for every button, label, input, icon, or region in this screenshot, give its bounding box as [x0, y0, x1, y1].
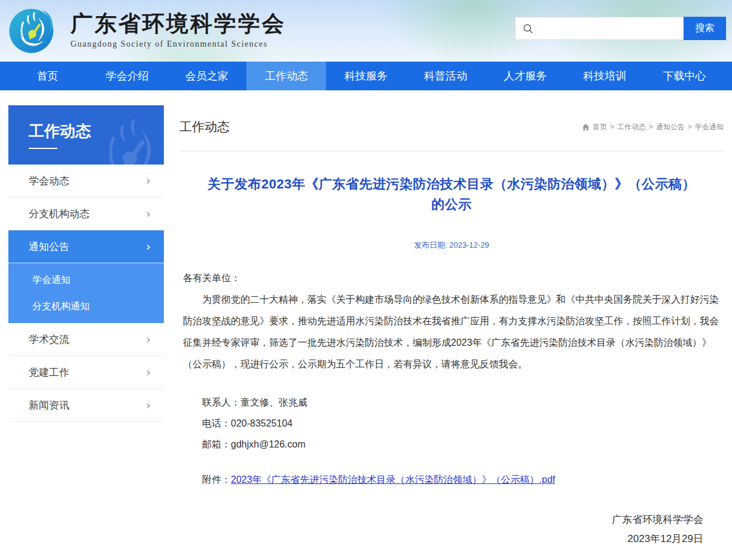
attachment-pdf-link[interactable]: 2023年《广东省先进污染防治技术目录（水污染防治领域）》（公示稿）.pdf [231, 474, 555, 485]
sidebar-item-academic-exchange[interactable]: 学术交流 › [8, 323, 164, 356]
article-title: 关于发布2023年《广东省先进污染防治技术目录（水污染防治领域）》（公示稿）的公… [183, 174, 720, 215]
sidebar-item-label: 学术交流 [29, 333, 69, 346]
sidebar-item-party-building[interactable]: 党建工作 › [8, 356, 164, 389]
article-paragraph: 为贯彻党的二十大精神，落实《关于构建市场导向的绿色技术创新体系的指导意见》和《中… [183, 289, 720, 375]
breadcrumb-separator: > [688, 123, 692, 131]
nav-item-download-center[interactable]: 下载中心 [645, 62, 724, 90]
home-icon [582, 123, 590, 131]
sidebar-item-label: 学会动态 [29, 174, 69, 188]
article: 关于发布2023年《广东省先进污染防治技术目录（水污染防治领域）》（公示稿）的公… [179, 151, 724, 549]
chevron-right-icon: › [146, 333, 151, 345]
sidebar-item-label: 分支机构动态 [29, 207, 90, 221]
logo-watermark-icon [85, 106, 164, 165]
page-title: 工作动态 [179, 118, 230, 135]
search-button[interactable]: 搜索 [684, 17, 726, 40]
site-header: 广东省环境科学学会 Guangdong Society of Environme… [0, 0, 732, 62]
publish-date: 发布日期: 2023-12-29 [183, 240, 720, 251]
society-logo-icon [7, 4, 57, 56]
sidebar-item-notices[interactable]: 通知公告 › [8, 230, 164, 263]
sidebar-item-label: 新闻资讯 [29, 398, 69, 412]
sidebar-submenu: 学会通知 分支机构通知 [8, 263, 164, 323]
contact-block: 联系人：童文修、张兆威 电话：020-83525104 邮箱：gdhjxh@12… [183, 392, 720, 455]
breadcrumb-separator: > [610, 123, 614, 131]
brand: 广东省环境科学学会 Guangdong Society of Environme… [7, 4, 286, 56]
sidebar-title: 工作动态 [29, 121, 91, 149]
sidebar-item-society-news[interactable]: 学会动态 › [8, 165, 164, 197]
nav-item-work-news[interactable]: 工作动态 [246, 62, 326, 90]
org-name: 广东省环境科学学会 [71, 11, 286, 37]
nav-item-tech-service[interactable]: 科技服务 [326, 62, 405, 90]
nav-item-talent-service[interactable]: 人才服务 [486, 62, 565, 90]
sidebar-item-label: 党建工作 [29, 366, 69, 379]
breadcrumb-society-notice[interactable]: 学会通知 [695, 122, 724, 132]
chevron-right-icon: › [146, 175, 151, 187]
contact-phone: 电话：020-83525104 [183, 413, 720, 434]
sidebar-header: 工作动态 [8, 105, 164, 165]
attachment-label: 附件： [202, 474, 231, 485]
search-box [515, 17, 684, 40]
breadcrumb: 首页 > 工作动态 > 通知公告 > 学会通知 [582, 122, 724, 132]
nav-item-tech-training[interactable]: 科技培训 [565, 62, 645, 90]
contact-person: 联系人：童文修、张兆威 [183, 392, 720, 413]
sidebar-item-label: 通知公告 [29, 240, 69, 254]
search-area: 搜索 [515, 17, 726, 40]
article-body: 各有关单位： 为贯彻党的二十大精神，落实《关于构建市场导向的绿色技术创新体系的指… [183, 267, 720, 375]
chevron-right-icon: › [146, 399, 151, 411]
signature-block: 广东省环境科学学会 2023年12月29日 [183, 510, 720, 549]
sidebar-item-news-info[interactable]: 新闻资讯 › [8, 389, 164, 422]
search-icon [523, 23, 533, 34]
contact-email: 邮箱：gdhjxh@126.com [183, 434, 720, 455]
signature-date: 2023年12月29日 [183, 529, 703, 549]
sidebar-subitem-society-notice[interactable]: 学会通知 [8, 267, 164, 293]
main-content: 工作动态 首页 > 工作动态 > 通知公告 > 学会通知 关于发布2023年《广… [179, 105, 724, 549]
page-body: 工作动态 学会动态 › 分支机构动态 › 通知公告 › 学会通知 分支机构通知 … [0, 90, 732, 549]
search-input[interactable] [538, 17, 684, 39]
breadcrumb-home[interactable]: 首页 [593, 122, 607, 132]
sidebar: 工作动态 学会动态 › 分支机构动态 › 通知公告 › 学会通知 分支机构通知 … [8, 105, 164, 422]
nav-item-members[interactable]: 会员之家 [167, 62, 246, 90]
org-name-english: Guangdong Society of Environmental Scien… [71, 39, 286, 49]
signature-org: 广东省环境科学学会 [183, 510, 703, 529]
breadcrumb-separator: > [649, 123, 653, 131]
sidebar-subitem-branch-notice[interactable]: 分支机构通知 [8, 293, 164, 319]
chevron-right-icon: › [146, 241, 151, 252]
main-nav: 首页 学会介绍 会员之家 工作动态 科技服务 科普活动 人才服务 科技培训 下载… [0, 62, 732, 90]
brand-text: 广东省环境科学学会 Guangdong Society of Environme… [71, 11, 286, 48]
attachment-row: 附件：2023年《广东省先进污染防治技术目录（水污染防治领域）》（公示稿）.pd… [183, 474, 720, 486]
breadcrumb-work-news[interactable]: 工作动态 [617, 122, 646, 132]
main-header: 工作动态 首页 > 工作动态 > 通知公告 > 学会通知 [179, 105, 724, 151]
chevron-right-icon: › [146, 208, 151, 220]
nav-item-science-activity[interactable]: 科普活动 [406, 62, 486, 90]
breadcrumb-notices[interactable]: 通知公告 [656, 122, 685, 132]
nav-item-home[interactable]: 首页 [8, 62, 87, 90]
salutation: 各有关单位： [183, 267, 720, 289]
chevron-right-icon: › [146, 366, 151, 378]
sidebar-item-branch-news[interactable]: 分支机构动态 › [8, 197, 164, 230]
nav-item-about[interactable]: 学会介绍 [87, 62, 167, 90]
